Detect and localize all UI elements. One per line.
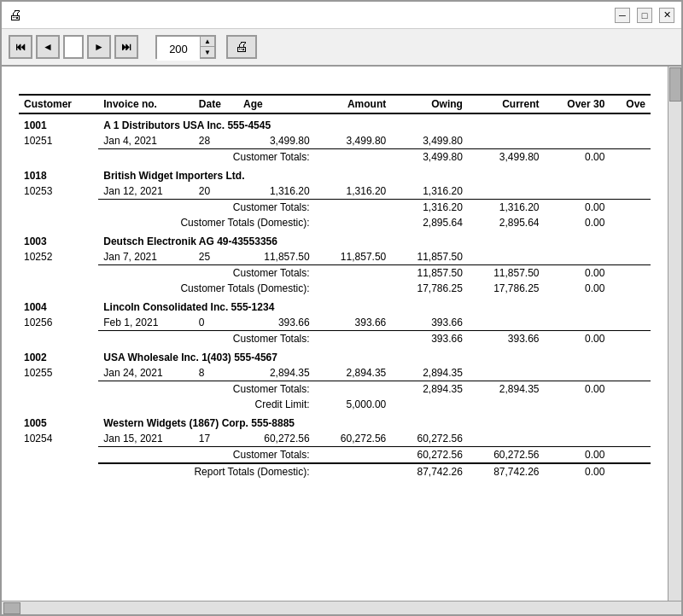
table-row: 10255 Jan 24, 2021 8 2,894.35 2,894.35 2… — [19, 365, 651, 381]
invoice-amount: 2,894.35 — [238, 365, 315, 381]
close-button[interactable]: ✕ — [659, 8, 674, 23]
invoice-amount: 3,499.80 — [238, 133, 315, 149]
totals-amount — [315, 447, 392, 464]
totals-over — [610, 331, 651, 347]
invoice-owing: 2,894.35 — [315, 365, 392, 381]
totals-over30: 0.00 — [545, 331, 610, 347]
invoice-over — [545, 315, 610, 331]
customer-name: USA Wholesale Inc. 1(403) 555-4567 — [98, 346, 651, 365]
invoice-amount: 393.66 — [238, 315, 315, 331]
page-indicator — [63, 35, 84, 59]
horizontal-scrollbar[interactable] — [2, 601, 681, 614]
totals-over30: 0.00 — [545, 265, 610, 282]
toolbar: ⏮ ◄ ► ⏭ ▲ ▼ 🖨 — [2, 29, 681, 67]
totals-amount — [315, 200, 392, 216]
next-page-button[interactable]: ► — [87, 35, 111, 59]
report-totals-amount — [315, 463, 392, 479]
table-row: 10251 Jan 4, 2021 28 3,499.80 3,499.80 3… — [19, 133, 651, 149]
invoice-age: 25 — [194, 249, 238, 265]
col-customer: Customer — [19, 95, 98, 113]
invoice-age: 0 — [194, 315, 238, 331]
totals-over30: 0.00 — [545, 381, 610, 398]
table-header-row: Customer Invoice no. Date Age Amount Owi… — [19, 95, 651, 113]
scrollbar-thumb[interactable] — [669, 67, 681, 102]
domestic-over — [610, 281, 651, 296]
horizontal-scrollbar-thumb[interactable] — [3, 602, 20, 614]
totals-over — [610, 200, 651, 216]
credit-limit-row: Credit Limit: 5,000.00 — [19, 397, 651, 412]
domestic-label: Customer Totals (Domestic): — [98, 215, 314, 230]
invoice-owing: 393.66 — [315, 315, 392, 331]
totals-amount — [315, 381, 392, 398]
domestic-over30: 0.00 — [545, 281, 610, 296]
domestic-amount — [315, 281, 392, 296]
customer-totals-row: Customer Totals: 3,499.80 3,499.80 0.00 — [19, 149, 651, 166]
first-page-button[interactable]: ⏮ — [9, 35, 32, 59]
domestic-current: 17,786.25 — [468, 281, 545, 296]
customer-name: Western Widgets (1867) Corp. 555-8885 — [98, 412, 651, 431]
report-area: Customer Invoice no. Date Age Amount Owi… — [2, 67, 668, 601]
invoice-num: 10253 — [19, 183, 98, 200]
invoice-date: Jan 24, 2021 — [98, 365, 194, 381]
customer-id: 1005 — [19, 412, 98, 431]
invoice-owing: 60,272.56 — [315, 431, 392, 447]
domestic-totals-row: Customer Totals (Domestic): 2,895.64 2,8… — [19, 215, 651, 230]
domestic-owing: 17,786.25 — [391, 281, 468, 296]
invoice-over30 — [468, 183, 545, 200]
print-button[interactable]: 🖨 — [226, 35, 257, 59]
totals-current: 11,857.50 — [468, 265, 545, 282]
col-age: Age — [238, 95, 315, 113]
domestic-totals-row: Customer Totals (Domestic): 17,786.25 17… — [19, 281, 651, 296]
customer-header-row: 1003 Deutsch Electronik AG 49-43553356 — [19, 230, 651, 249]
maximize-button[interactable]: □ — [637, 8, 652, 23]
invoice-current: 60,272.56 — [391, 431, 468, 447]
invoice-num: 10255 — [19, 365, 98, 381]
totals-amount — [315, 149, 392, 166]
last-page-button[interactable]: ⏭ — [114, 35, 138, 59]
totals-current: 60,272.56 — [468, 447, 545, 464]
table-row: 10252 Jan 7, 2021 25 11,857.50 11,857.50… — [19, 249, 651, 265]
invoice-current: 11,857.50 — [391, 249, 468, 265]
totals-owing: 11,857.50 — [391, 265, 468, 282]
credit-limit-value: 5,000.00 — [315, 397, 392, 412]
invoice-over — [545, 183, 610, 200]
report-totals-over30: 0.00 — [545, 463, 610, 479]
invoice-num: 10251 — [19, 133, 98, 149]
zoom-input[interactable] — [157, 37, 200, 61]
invoice-over30 — [468, 315, 545, 331]
customer-name: Deutsch Electronik AG 49-43553356 — [98, 230, 651, 249]
col-over30: Over 30 — [545, 95, 610, 113]
zoom-up-button[interactable]: ▲ — [201, 37, 214, 47]
prev-page-button[interactable]: ◄ — [36, 35, 60, 59]
totals-current: 2,894.35 — [468, 381, 545, 398]
invoice-over — [545, 249, 610, 265]
report-totals-over — [610, 463, 651, 479]
customer-name: Lincoln Consolidated Inc. 555-1234 — [98, 296, 651, 315]
minimize-button[interactable]: ─ — [615, 8, 630, 23]
customer-header-row: 1004 Lincoln Consolidated Inc. 555-1234 — [19, 296, 651, 315]
invoice-date: Jan 15, 2021 — [98, 431, 194, 447]
totals-label: Customer Totals: — [98, 331, 314, 347]
invoice-owing: 11,857.50 — [315, 249, 392, 265]
totals-label: Customer Totals: — [98, 447, 314, 464]
totals-amount — [315, 331, 392, 347]
invoice-current: 3,499.80 — [391, 133, 468, 149]
scrollbar-track[interactable] — [668, 67, 681, 601]
totals-label: Customer Totals: — [98, 149, 314, 166]
col-date: Date — [194, 95, 238, 113]
customer-header-row: 1005 Western Widgets (1867) Corp. 555-88… — [19, 412, 651, 431]
invoice-amount: 11,857.50 — [238, 249, 315, 265]
totals-over — [610, 447, 651, 464]
zoom-down-button[interactable]: ▼ — [201, 47, 214, 57]
title-bar: 🖨 ─ □ ✕ — [2, 2, 681, 29]
invoice-age: 20 — [194, 183, 238, 200]
totals-over30: 0.00 — [545, 447, 610, 464]
totals-over30: 0.00 — [545, 149, 610, 166]
customer-header-row: 1018 British Widget Importers Ltd. — [19, 165, 651, 183]
invoice-over30 — [468, 249, 545, 265]
invoice-age: 28 — [194, 133, 238, 149]
customer-id: 1001 — [19, 113, 98, 133]
credit-limit-label: Credit Limit: — [98, 397, 314, 412]
col-owing: Owing — [391, 95, 468, 113]
report-totals-row: Report Totals (Domestic): 87,742.26 87,7… — [19, 463, 651, 479]
